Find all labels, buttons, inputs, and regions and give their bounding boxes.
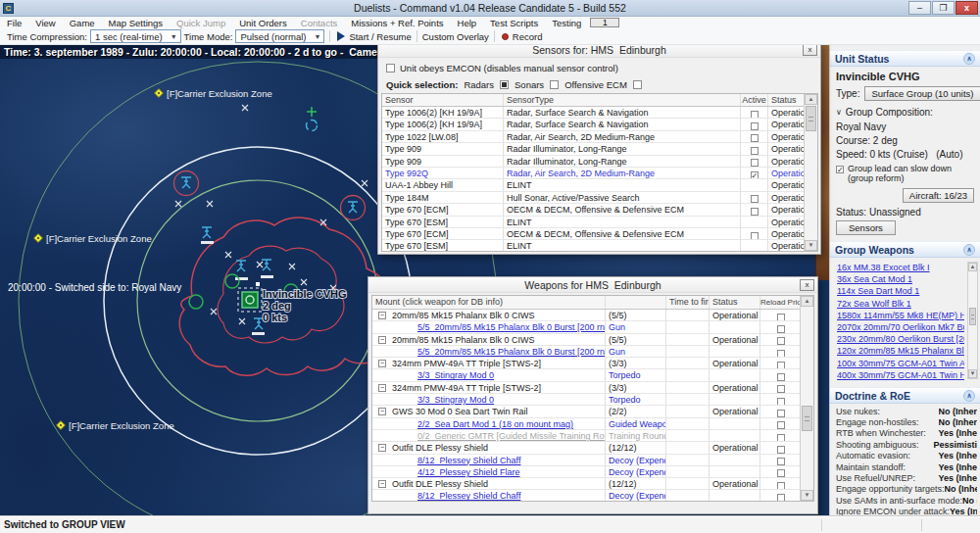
- weapons-table-scrollbar[interactable]: ▲ ▼: [800, 296, 813, 501]
- doctrine-roe-header[interactable]: Doctrine & RoE ∧: [830, 387, 980, 404]
- start-resume-button[interactable]: Start / Resume: [349, 31, 411, 42]
- reference-point-x-icon[interactable]: [239, 318, 245, 324]
- reference-point-x-icon[interactable]: [362, 180, 368, 186]
- weapon-link[interactable]: 5/5 20mm/85 Mk15 Phalanx Blk 0 Burst [20…: [417, 322, 606, 332]
- weapon-table-row[interactable]: 5/5 20mm/85 Mk15 Phalanx Blk 0 Burst [20…: [372, 346, 813, 358]
- weapon-table-row[interactable]: 5/5 20mm/85 Mk15 Phalanx Blk 0 Burst [20…: [372, 321, 813, 333]
- weapon-table-row[interactable]: GWS 30 Mod 0 Sea Dart Twin Rail(2/2)Oper…: [372, 406, 813, 417]
- weapon-link[interactable]: 4/12 Plessey Shield Flare: [417, 467, 520, 477]
- sensor-active-checkbox[interactable]: [751, 134, 759, 142]
- weapon-table-row[interactable]: Outfit DLE Plessy Shield(12/12)Operation…: [372, 442, 813, 454]
- weapon-table-row[interactable]: 8/12 Plessey Shield ChaffDecoy (Expenda.…: [372, 455, 813, 466]
- reference-point-x-icon[interactable]: [175, 201, 181, 207]
- emcon-checkbox[interactable]: [386, 64, 395, 73]
- reference-point-x-icon[interactable]: [289, 264, 295, 269]
- reload-priority-checkbox[interactable]: [777, 434, 785, 442]
- scroll-up-icon[interactable]: ▲: [968, 263, 977, 271]
- group-weapon-link[interactable]: 230x 20mm/80 Oerlikon Burst [20 rnds]: [837, 333, 964, 345]
- group-weapon-link[interactable]: 16x MM.38 Exocet Blk I: [837, 262, 964, 273]
- menu-testing[interactable]: Testing: [545, 18, 588, 28]
- weapon-link[interactable]: 0/2 Generic GMTR [Guided Missile Trainin…: [417, 431, 606, 441]
- weapon-table-row[interactable]: 8/12 Plessey Shield ChaffDecoy (Expenda.…: [372, 490, 813, 502]
- scroll-down-icon[interactable]: ▼: [968, 369, 977, 378]
- group-weapon-link[interactable]: 72x Sea Wolf Blk 1: [837, 298, 964, 310]
- reload-priority-checkbox[interactable]: [777, 350, 785, 358]
- sensor-active-checkbox[interactable]: [751, 147, 759, 155]
- column-header-time-to-fire[interactable]: Time to fire: [666, 296, 710, 309]
- reload-priority-checkbox[interactable]: [777, 482, 785, 490]
- group-weapon-link[interactable]: 2070x 20mm/70 Oerlikon Mk7 Burst [20 ...: [837, 321, 964, 333]
- scrollbar-thumb[interactable]: [806, 106, 816, 131]
- close-button[interactable]: x: [956, 1, 978, 15]
- sensor-table-row[interactable]: Type 909Radar Illuminator, Long-RangeOpe…: [382, 156, 817, 168]
- menu-view[interactable]: View: [28, 18, 62, 28]
- reference-point-diamond-icon[interactable]: [33, 233, 42, 242]
- scroll-up-icon[interactable]: ▲: [805, 94, 817, 105]
- column-header-reload-priority[interactable]: Reload Priority: [760, 296, 802, 309]
- column-header-status[interactable]: Status: [710, 296, 760, 309]
- sensor-active-checkbox[interactable]: [751, 195, 759, 203]
- weapon-table-row[interactable]: 3/3 Stingray Mod 0Torpedo: [372, 394, 813, 406]
- group-weapon-link[interactable]: 1580x 114mm/55 Mk8 HE(MP) HE: [837, 310, 964, 321]
- sensor-table-row[interactable]: UAA-1 Abbey HillELINTOperational: [382, 179, 817, 191]
- unit-type-button[interactable]: Surface Group (10 units): [864, 86, 980, 101]
- collapse-expander-icon[interactable]: [378, 480, 386, 488]
- maximize-button[interactable]: ❐: [932, 1, 955, 15]
- group-slowdown-checkbox[interactable]: [836, 166, 844, 173]
- weapon-table-row[interactable]: 3/3 Stingray Mod 0Torpedo: [372, 369, 813, 381]
- helicopter-icon[interactable]: [348, 202, 358, 213]
- menu-map-settings[interactable]: Map Settings: [102, 18, 170, 28]
- sensor-table-row[interactable]: Type 670 [ESM]ELINTOperational: [382, 240, 817, 252]
- unit-status-header[interactable]: Unit Status ∧: [830, 50, 980, 67]
- collapse-expander-icon[interactable]: [378, 444, 386, 452]
- group-weapon-link[interactable]: 114x Sea Dart Mod 1: [837, 285, 964, 297]
- time-mode-select[interactable]: Pulsed (normal) ▼: [235, 29, 324, 43]
- reference-point-x-icon[interactable]: [207, 201, 213, 207]
- weapon-table-row[interactable]: 20mm/85 Mk15 Phalanx Blk 0 CIWS(5/5)Oper…: [372, 334, 813, 346]
- sensor-table-row[interactable]: Type 992QRadar, Air Search, 2D Medium-Ra…: [382, 168, 817, 179]
- reload-priority-checkbox[interactable]: [777, 494, 785, 502]
- helicopter-icon[interactable]: [262, 260, 271, 270]
- sensor-table-row[interactable]: Type 670 [ECM]OECM & DECM, Offensive & D…: [382, 204, 817, 216]
- weapon-table-row[interactable]: 324mm PMW-49A TT Triple [STWS-2](3/3)Ope…: [372, 382, 813, 394]
- sensor-table-row[interactable]: Type 1022 [LW.08]Radar, Air Search, 2D M…: [382, 131, 817, 143]
- scrollbar-thumb[interactable]: [969, 308, 976, 325]
- surface-ship-icon[interactable]: [225, 274, 239, 288]
- reference-point-diamond-icon[interactable]: [56, 420, 65, 429]
- group-weapon-link[interactable]: 36x Sea Cat Mod 1: [837, 273, 964, 285]
- scroll-up-icon[interactable]: ▲: [801, 296, 813, 307]
- reload-priority-checkbox[interactable]: [777, 458, 785, 465]
- group-weapon-link[interactable]: 120x 20mm/85 Mk15 Phalanx Blk 0 Burst...: [837, 345, 964, 357]
- sensor-table-row[interactable]: Type 670 [ECM]OECM & DECM, Offensive & D…: [382, 228, 817, 240]
- weapons-dialog-title[interactable]: Weapons for HMS Edinburgh: [368, 277, 817, 293]
- reload-priority-checkbox[interactable]: [777, 337, 785, 345]
- weapon-link[interactable]: 5/5 20mm/85 Mk15 Phalanx Blk 0 Burst [20…: [417, 347, 606, 357]
- scroll-down-icon[interactable]: ▼: [801, 490, 813, 501]
- sensor-table-row[interactable]: Type 1006(2) [KH 19/9A]Radar, Surface Se…: [382, 107, 817, 119]
- weapon-table-row[interactable]: 0/2 Generic GMTR [Guided Missile Trainin…: [372, 430, 813, 442]
- weapon-table-row[interactable]: Outfit DLE Plessy Shield(12/12)Operation…: [372, 478, 813, 490]
- sonars-checkbox[interactable]: [550, 80, 559, 89]
- reference-point-x-icon[interactable]: [301, 279, 307, 285]
- weapon-table-row[interactable]: 2/2 Sea Dart Mod 1 (18 on mount mag)Guid…: [372, 418, 813, 430]
- menu-test-scripts[interactable]: Test Scripts: [483, 18, 545, 28]
- weapon-table-row[interactable]: 20mm/85 Mk15 Phalanx Blk 0 CIWS(5/5)Oper…: [372, 310, 813, 321]
- radars-checkbox[interactable]: [500, 80, 509, 89]
- collapse-expander-icon[interactable]: [378, 312, 386, 319]
- reload-priority-checkbox[interactable]: [777, 469, 785, 477]
- column-header-mount[interactable]: Mount (click weapon for DB info): [372, 296, 606, 309]
- column-header-status[interactable]: Status: [768, 94, 806, 106]
- sensor-active-checkbox[interactable]: [751, 159, 759, 167]
- weapon-link[interactable]: 8/12 Plessey Shield Chaff: [417, 456, 520, 465]
- surface-ship-icon[interactable]: [189, 295, 203, 309]
- reload-priority-checkbox[interactable]: [777, 410, 785, 417]
- menu-game[interactable]: Game: [63, 18, 102, 28]
- aircraft-button[interactable]: Aircraft: 16/23: [903, 188, 974, 203]
- custom-overlay-button[interactable]: Custom Overlay: [422, 31, 489, 42]
- reload-priority-checkbox[interactable]: [777, 373, 785, 381]
- collapse-expander-icon[interactable]: [378, 360, 386, 367]
- collapse-chevron-icon[interactable]: ∧: [963, 244, 975, 256]
- reload-priority-checkbox[interactable]: [777, 421, 785, 429]
- minimize-button[interactable]: –: [908, 1, 931, 15]
- menu-unit-orders[interactable]: Unit Orders: [232, 18, 294, 28]
